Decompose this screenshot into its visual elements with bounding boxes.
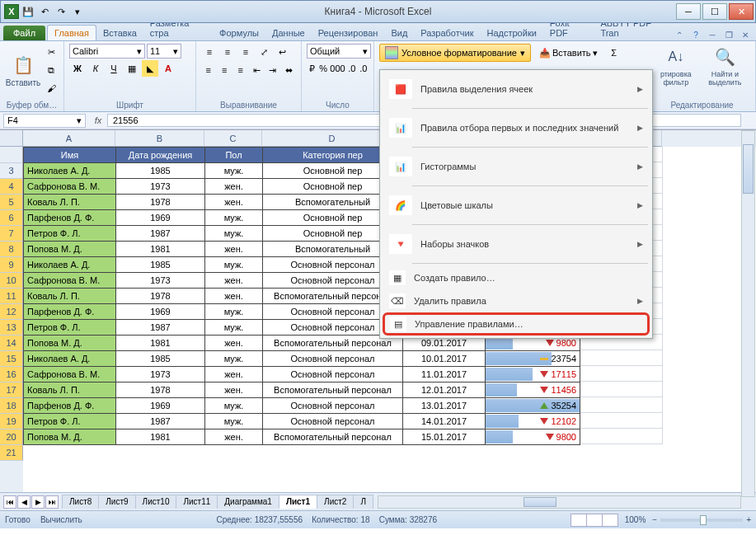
cell-value[interactable]: 23754 [486, 351, 580, 367]
cell-value[interactable]: 17115 [486, 367, 580, 382]
row-header[interactable]: 9 [0, 257, 23, 273]
column-header[interactable]: A [23, 130, 115, 147]
cell-name[interactable]: Попова М. Д. [24, 242, 116, 257]
row-header[interactable]: 13 [0, 320, 23, 336]
dropdown-item[interactable]: 🔻Наборы значков▶ [383, 228, 650, 260]
minimize-button[interactable]: ─ [676, 3, 701, 20]
clear-rules-item[interactable]: ⌫ Удалить правила ▶ [383, 289, 650, 312]
sheet-tab[interactable]: Лист10 [135, 495, 177, 509]
cell-year[interactable]: 1969 [116, 210, 205, 226]
row-header[interactable]: 14 [0, 336, 23, 351]
number-format-combo[interactable]: Общий▾ [307, 44, 371, 59]
cell-year[interactable]: 1981 [116, 336, 205, 351]
font-size-combo[interactable]: 11▾ [147, 44, 181, 59]
ribbon-tab[interactable]: Вид [384, 26, 414, 40]
align-right-icon[interactable]: ≡ [233, 62, 248, 78]
dropdown-item[interactable]: 📊Гистограммы▶ [383, 150, 650, 183]
ribbon-tab[interactable]: Данные [265, 26, 312, 40]
view-buttons[interactable] [571, 514, 618, 527]
cell-name[interactable]: Попова М. Д. [24, 336, 116, 351]
zoom-in-icon[interactable]: + [746, 515, 751, 524]
row-header[interactable]: 10 [0, 273, 23, 289]
cell-category[interactable]: Основной персонал [263, 351, 403, 367]
cell-sex[interactable]: муж. [205, 210, 263, 226]
zoom-level[interactable]: 100% [625, 515, 646, 524]
row-header[interactable]: 16 [0, 367, 23, 382]
cell-name[interactable]: Парфенов Д. Ф. [24, 210, 116, 226]
empty-cell[interactable] [580, 397, 663, 413]
sheet-nav-first[interactable]: ⏮ [3, 495, 16, 509]
cell-category[interactable]: Вспомогательный персонал [263, 429, 403, 445]
empty-cell[interactable] [580, 366, 663, 382]
row-header[interactable]: 18 [0, 398, 23, 414]
cell-sex[interactable]: жен. [205, 289, 263, 304]
cell-sex[interactable]: жен. [205, 179, 263, 195]
ribbon-tab[interactable]: Формулы [213, 26, 265, 40]
cell-value[interactable]: 11456 [486, 382, 580, 398]
save-icon[interactable]: 💾 [21, 4, 35, 19]
create-rule-item[interactable]: ▦ Создать правило… [383, 266, 650, 289]
zoom-slider[interactable]: − + [652, 515, 751, 524]
horizontal-scrollbar[interactable] [378, 495, 741, 509]
cell-date[interactable]: 14.01.2017 [403, 414, 486, 429]
cell-sex[interactable]: муж. [205, 320, 263, 336]
sheet-tab[interactable]: Диаграмма1 [217, 495, 279, 509]
row-header[interactable]: 8 [0, 242, 23, 257]
cell-category[interactable]: Основной персонал [263, 414, 403, 429]
empty-cell[interactable] [580, 413, 663, 429]
dropdown-item[interactable]: 🌈Цветовые шкалы▶ [383, 189, 650, 222]
doc-minimize-icon[interactable]: ─ [707, 29, 718, 40]
cut-icon[interactable]: ✂ [43, 44, 59, 60]
vertical-scrollbar[interactable] [741, 130, 755, 497]
cell-sex[interactable]: муж. [205, 257, 263, 273]
column-header[interactable]: C [204, 130, 262, 147]
merge-icon[interactable]: ⬌ [282, 62, 297, 78]
cell-name[interactable]: Попова М. Д. [24, 429, 116, 445]
cell-year[interactable]: 1978 [116, 289, 205, 304]
font-color-button[interactable]: A [160, 60, 176, 77]
manage-rules-item[interactable]: ▤ Управление правилами… [383, 312, 650, 336]
cell-name[interactable]: Сафронова В. М. [24, 273, 116, 289]
cell-year[interactable]: 1985 [116, 257, 205, 273]
empty-cell[interactable] [580, 382, 663, 397]
orientation-icon[interactable]: ⤢ [256, 44, 272, 60]
cell-year[interactable]: 1973 [116, 179, 205, 195]
select-all-corner[interactable] [0, 130, 23, 147]
cell-sex[interactable]: муж. [205, 414, 263, 429]
row-header[interactable]: 17 [0, 382, 23, 398]
row-header[interactable]: 7 [0, 226, 23, 242]
cell-year[interactable]: 1987 [116, 226, 205, 242]
sheet-tab[interactable]: Лист9 [98, 495, 135, 509]
cell-sex[interactable]: жен. [205, 336, 263, 351]
sheet-tab[interactable]: Лист8 [62, 495, 99, 509]
cell-name[interactable]: Петров Ф. Л. [24, 226, 116, 242]
conditional-formatting-button[interactable]: Условное форматирование ▾ [379, 44, 531, 62]
cell-name[interactable]: Коваль Л. П. [24, 195, 116, 210]
currency-icon[interactable]: ₽ [307, 60, 317, 77]
fx-button[interactable]: fx [89, 115, 107, 125]
dec-decimal-icon[interactable]: .0 [359, 60, 369, 77]
ribbon-tab[interactable]: Главная [47, 25, 96, 40]
doc-restore-icon[interactable]: ❐ [723, 29, 735, 40]
increase-indent-icon[interactable]: ⇥ [265, 62, 280, 78]
sheet-nav-last[interactable]: ⏭ [45, 495, 59, 509]
cell-year[interactable]: 1973 [116, 367, 205, 382]
cell-sex[interactable]: муж. [205, 163, 263, 179]
copy-icon[interactable]: ⧉ [43, 62, 59, 78]
cell-sex[interactable]: жен. [205, 382, 263, 398]
cell-sex[interactable]: жен. [205, 429, 263, 445]
empty-cell[interactable] [580, 350, 663, 366]
cell-year[interactable]: 1981 [116, 429, 205, 445]
ribbon-tab[interactable]: Рецензирован [312, 26, 385, 40]
cell-date[interactable]: 11.01.2017 [403, 367, 486, 382]
dropdown-item[interactable]: 📊Правила отбора первых и последних значе… [383, 111, 650, 144]
sheet-tab[interactable]: Л [353, 495, 373, 509]
cell-date[interactable]: 13.01.2017 [403, 398, 486, 414]
ribbon-tab[interactable]: Надстройки [480, 26, 542, 40]
cell-sex[interactable]: муж. [205, 351, 263, 367]
font-name-combo[interactable]: Calibri▾ [69, 44, 145, 59]
cell-category[interactable]: Основной персонал [263, 367, 403, 382]
close-button[interactable]: ✕ [729, 3, 754, 20]
cell-name[interactable]: Петров Ф. Л. [24, 414, 116, 429]
empty-cell[interactable] [580, 429, 663, 444]
